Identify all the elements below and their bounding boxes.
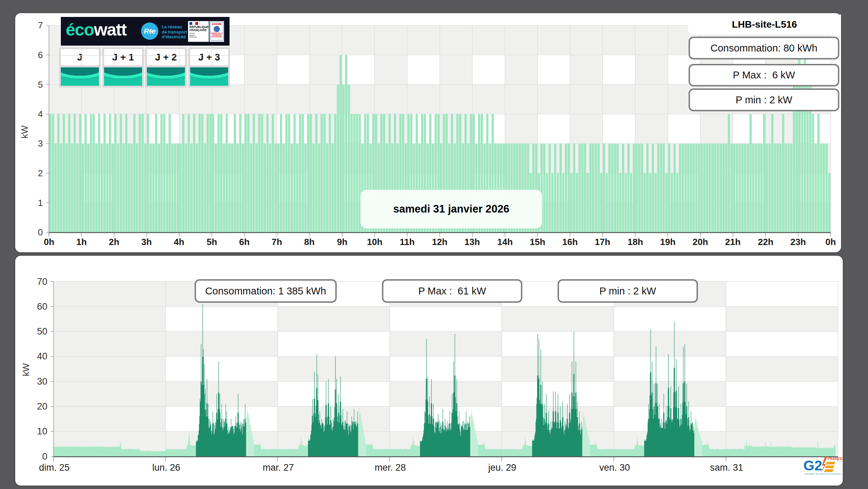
svg-text:21h: 21h <box>725 237 741 247</box>
svg-text:14h: 14h <box>497 237 513 247</box>
svg-text:ven. 30: ven. 30 <box>599 462 630 473</box>
svg-text:30: 30 <box>37 376 47 387</box>
svg-text:1h: 1h <box>76 237 87 247</box>
svg-text:15h: 15h <box>530 237 545 247</box>
svg-text:20h: 20h <box>693 237 708 247</box>
svg-text:1: 1 <box>38 198 43 208</box>
svg-text:Optimisation des ressources én: Optimisation des ressources énergétiques <box>804 473 841 475</box>
svg-text:18h: 18h <box>628 237 643 247</box>
svg-text:FRANCE: FRANCE <box>828 457 843 461</box>
svg-text:19h: 19h <box>660 237 676 247</box>
svg-text:11h: 11h <box>400 237 414 247</box>
svg-text:kW: kW <box>21 363 31 376</box>
svg-text:16h: 16h <box>562 237 578 247</box>
svg-text:7: 7 <box>38 20 43 30</box>
svg-text:10: 10 <box>37 426 47 436</box>
svg-text:5h: 5h <box>207 237 217 247</box>
svg-text:0: 0 <box>42 451 47 462</box>
svg-text:23h: 23h <box>791 237 806 247</box>
svg-text:6: 6 <box>38 50 43 60</box>
svg-text:2: 2 <box>38 168 43 178</box>
svg-text:mer. 28: mer. 28 <box>375 462 406 473</box>
svg-text:9h: 9h <box>337 237 347 247</box>
svg-text:7h: 7h <box>272 237 282 247</box>
svg-text:sam. 31: sam. 31 <box>710 462 743 473</box>
svg-text:3h: 3h <box>141 237 152 247</box>
svg-text:6h: 6h <box>239 237 250 247</box>
svg-text:4: 4 <box>38 109 43 119</box>
svg-text:jeu. 29: jeu. 29 <box>488 462 516 473</box>
svg-text:0: 0 <box>38 227 43 237</box>
svg-text:mar. 27: mar. 27 <box>263 462 294 473</box>
svg-text:17h: 17h <box>595 237 610 247</box>
svg-text:10h: 10h <box>367 237 383 247</box>
svg-text:22h: 22h <box>758 237 774 247</box>
svg-text:50: 50 <box>37 326 47 337</box>
svg-text:lun. 26: lun. 26 <box>152 462 180 473</box>
svg-text:70: 70 <box>37 276 47 287</box>
svg-text:40: 40 <box>37 351 47 361</box>
svg-text:0h: 0h <box>825 237 836 247</box>
svg-text:0h: 0h <box>44 237 54 247</box>
svg-text:3: 3 <box>38 138 43 149</box>
svg-text:kW: kW <box>19 125 30 139</box>
svg-text:8h: 8h <box>304 237 315 247</box>
svg-text:G2: G2 <box>803 458 822 473</box>
svg-text:5: 5 <box>38 79 43 90</box>
svg-text:60: 60 <box>37 301 47 312</box>
svg-text:2h: 2h <box>109 237 119 247</box>
svg-text:12h: 12h <box>432 237 448 247</box>
svg-text:13h: 13h <box>465 237 480 247</box>
svg-text:20: 20 <box>37 401 47 412</box>
svg-text:4h: 4h <box>174 237 184 247</box>
svg-text:dim. 25: dim. 25 <box>39 462 70 473</box>
